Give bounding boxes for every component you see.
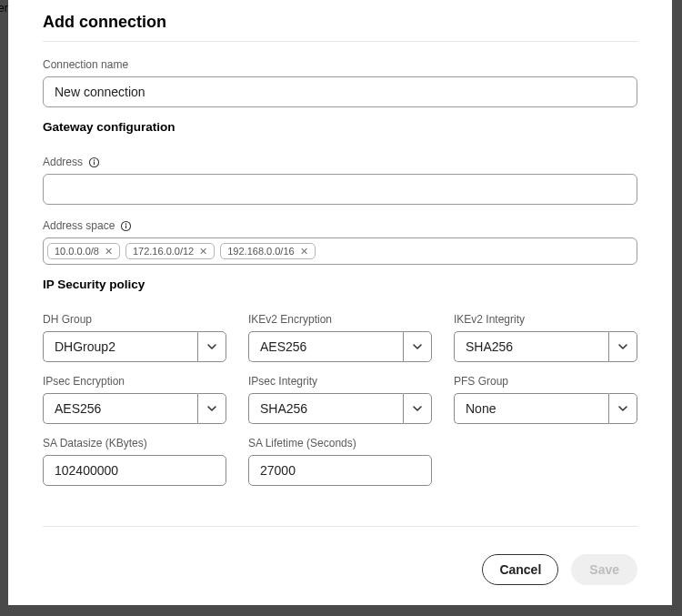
pfs-group-value: None: [454, 393, 608, 424]
tag-label: 172.16.0.0/12: [133, 246, 194, 257]
sa-lifetime-input[interactable]: [248, 455, 432, 486]
tag-label: 10.0.0.0/8: [55, 246, 99, 257]
dh-group-value: DHGroup2: [43, 331, 197, 362]
chevron-down-icon[interactable]: [608, 393, 637, 424]
address-space-label-text: Address space: [43, 219, 115, 232]
chevron-down-icon[interactable]: [197, 331, 226, 362]
divider: [43, 41, 637, 42]
pfs-group-select[interactable]: None: [454, 393, 637, 424]
dh-group-label: DH Group: [43, 313, 226, 326]
tag-label: 192.168.0.0/16: [227, 246, 294, 257]
ipsec-encryption-value: AES256: [43, 393, 197, 424]
address-space-input[interactable]: 10.0.0.0/8 ✕ 172.16.0.0/12 ✕ 192.168.0.0…: [43, 237, 637, 265]
page-title: Add connection: [43, 13, 637, 32]
chevron-down-icon[interactable]: [197, 393, 226, 424]
cancel-button[interactable]: Cancel: [482, 554, 558, 585]
connection-name-input[interactable]: [43, 76, 637, 107]
sa-datasize-input[interactable]: [43, 455, 226, 486]
edge-clip-text: er: [0, 2, 8, 15]
chevron-down-icon[interactable]: [403, 331, 432, 362]
chevron-down-icon[interactable]: [403, 393, 432, 424]
svg-point-1: [94, 159, 95, 161]
ipsec-section-label: IP Security policy: [43, 278, 637, 291]
address-input[interactable]: [43, 174, 637, 205]
close-icon[interactable]: ✕: [300, 247, 308, 257]
ikev2-integrity-value: SHA256: [454, 331, 608, 362]
chevron-down-icon[interactable]: [608, 331, 637, 362]
address-label: Address: [43, 156, 637, 168]
ipsec-encryption-select[interactable]: AES256: [43, 393, 226, 424]
add-connection-panel: Add connection Connection name Gateway c…: [8, 0, 672, 605]
ikev2-encryption-select[interactable]: AES256: [248, 331, 432, 362]
address-space-tag[interactable]: 192.168.0.0/16 ✕: [220, 243, 315, 259]
ikev2-encryption-label: IKEv2 Encryption: [248, 313, 432, 326]
ikev2-integrity-label: IKEv2 Integrity: [454, 313, 637, 326]
sa-datasize-label: SA Datasize (KBytes): [43, 437, 226, 449]
address-label-text: Address: [43, 156, 83, 168]
close-icon[interactable]: ✕: [105, 247, 113, 257]
gateway-section-label: Gateway configuration: [43, 120, 637, 134]
ipsec-integrity-select[interactable]: SHA256: [248, 393, 432, 424]
ipsec-encryption-label: IPsec Encryption: [43, 375, 226, 388]
dh-group-select[interactable]: DHGroup2: [43, 331, 226, 362]
address-space-label: Address space: [43, 219, 637, 232]
ipsec-integrity-label: IPsec Integrity: [248, 375, 432, 388]
connection-name-label: Connection name: [43, 58, 637, 71]
info-icon[interactable]: [88, 157, 100, 168]
info-icon[interactable]: [120, 220, 132, 232]
divider: [43, 526, 637, 527]
address-space-tag[interactable]: 10.0.0.0/8 ✕: [47, 243, 120, 259]
save-button: Save: [571, 554, 637, 585]
pfs-group-label: PFS Group: [454, 375, 637, 388]
svg-rect-5: [125, 225, 126, 228]
address-space-tag[interactable]: 172.16.0.0/12 ✕: [125, 243, 215, 259]
ipsec-integrity-value: SHA256: [248, 393, 403, 424]
svg-rect-2: [94, 161, 95, 165]
ikev2-encryption-value: AES256: [248, 331, 403, 362]
svg-point-4: [125, 223, 127, 225]
ikev2-integrity-select[interactable]: SHA256: [454, 331, 637, 362]
close-icon[interactable]: ✕: [199, 247, 207, 257]
sa-lifetime-label: SA Lifetime (Seconds): [248, 437, 432, 449]
